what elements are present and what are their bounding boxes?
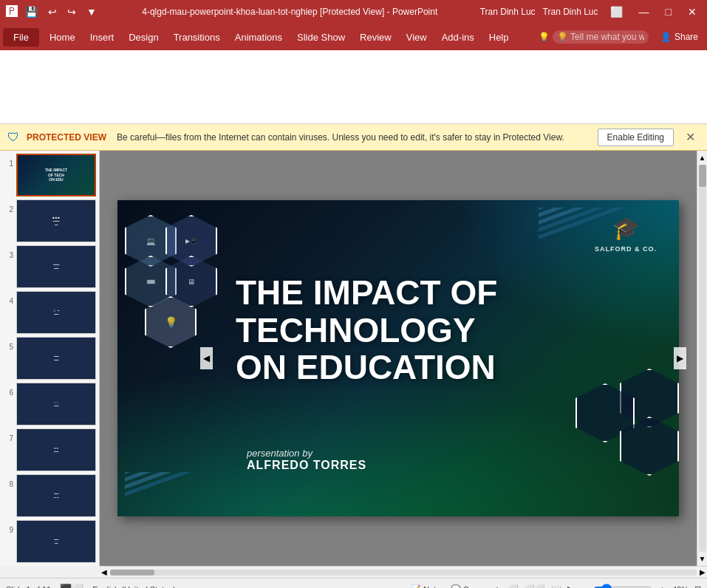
hscroll-track[interactable] [110,570,697,575]
title-bar: 🅿 💾 ↩ ↪ ▼ 4-qlgd-mau-powerpoint-khoa-lua… [0,0,707,24]
slide-preview-8: ━━━━ ━ [16,474,96,517]
person-icon: 👤 [660,32,672,42]
status-icons[interactable]: ⬛⬜ [60,584,83,588]
slide-thumb-2[interactable]: 2 ■ ■ ■━━━━━━ [3,199,96,242]
lightbulb-icon: 💡 [539,32,550,42]
menu-file[interactable]: File [3,28,39,47]
slide-thumb-7[interactable]: 7 ● ●━━━ [3,428,96,471]
ribbon [0,50,707,124]
enable-editing-button[interactable]: Enable Editing [598,129,674,146]
slide-number-5: 5 [3,343,13,351]
menu-slideshow[interactable]: Slide Show [290,29,352,46]
tell-me-box[interactable]: 💡 [533,27,655,47]
zoom-out-btn[interactable]: － [579,584,587,588]
scroll-right-btn[interactable]: ▶ [674,347,686,369]
slide-preview-4: ⬡ ━━━━ [16,291,96,334]
menu-bar: File Home Insert Design Transitions Anim… [0,24,707,50]
slide-number-1: 1 [3,160,13,168]
qat-undo[interactable]: ↩ [45,4,60,19]
protected-view-bar: 🛡 PROTECTED VIEW Be careful—files from t… [0,124,707,151]
presenter-name: ALFREDO TORRES [247,459,366,472]
slide-title-line1: THE IMPACT OF [236,273,497,312]
view-slideshow-btn[interactable]: ▶ [567,584,573,588]
slide-preview-1: THE IMPACTOF TECHON EDU [16,154,96,196]
scroll-left-btn[interactable]: ◀ [200,347,213,369]
menu-transitions[interactable]: Transitions [166,29,228,46]
hscroll-left-btn[interactable]: ◀ [101,568,107,576]
hexagons-left: 💻 ▶📱 ⌨️ 🖥 💡 [125,215,228,451]
menu-design[interactable]: Design [121,29,165,46]
slide-thumb-9[interactable]: 9 ━━━━━ [3,520,96,563]
slide-thumb-6[interactable]: 6 ○ ○━━━ [3,383,96,425]
horizontal-scrollbar[interactable]: ◀ ▶ [100,566,707,578]
notes-label: Notes [423,585,445,589]
slide-thumb-1[interactable]: 1 THE IMPACTOF TECHON EDU [3,154,96,196]
slide-number-9: 9 [3,526,13,534]
language-indicator[interactable]: English (United States) [92,585,176,589]
close-btn[interactable]: ✕ [683,4,701,19]
slide-thumb-8[interactable]: 8 ━━━━ ━ [3,474,96,517]
menu-addins[interactable]: Add-ins [434,29,482,46]
view-reading-btn[interactable]: 📖 [551,584,561,588]
slide-main-title: THE IMPACT OF TECHNOLOGY ON EDUCATION [236,274,590,386]
view-sorter-btn[interactable]: ⬜⬜ [525,584,545,588]
notes-icon: 📝 [411,584,421,588]
qat-save[interactable]: 💾 [22,4,41,19]
menu-view[interactable]: View [399,29,434,46]
menu-help[interactable]: Help [482,29,516,46]
zoom-in-btn[interactable]: ＋ [658,584,666,588]
comments-btn[interactable]: 💬 Comments [451,584,502,588]
slide-thumb-3[interactable]: 3 ━━━━━━━ [3,245,96,288]
maximize-btn[interactable]: □ [661,4,676,19]
presenter-info: persentation by ALFREDO TORRES [247,448,366,472]
fit-slide-btn[interactable]: ⊡ [694,584,701,588]
tell-me-input[interactable] [553,30,649,44]
comments-icon: 💬 [451,584,461,588]
user-name: Tran Dinh Luc [480,7,536,17]
status-left: Slide 1 of 11 ⬛⬜ English (United States) [6,584,176,588]
user-name-text: Tran Dinh Luc [543,7,598,17]
window-title: 4-qlgd-mau-powerpoint-khoa-luan-tot-nghi… [100,7,480,17]
slide-number-4: 4 [3,297,13,305]
slide-preview-3: ━━━━━━━ [16,245,96,288]
menu-insert[interactable]: Insert [83,29,122,46]
powerpoint-logo-icon: 🅿 [6,5,18,18]
main-area: 1 THE IMPACTOF TECHON EDU 2 ■ ■ ■━━━━━━ … [0,151,707,566]
slide-title-line2: TECHNOLOGY [236,311,476,349]
qat-customize[interactable]: ▼ [83,4,100,19]
share-label: Share [674,32,698,42]
scroll-thumb[interactable] [699,165,706,187]
scroll-down-btn[interactable]: ▼ [697,553,707,564]
slide-count[interactable]: Slide 1 of 11 [6,585,51,589]
slide-preview-6: ○ ○━━━ [16,383,96,425]
vertical-scrollbar[interactable]: ▲ ▼ [697,151,707,566]
view-normal-btn[interactable]: ⬜ [508,584,519,588]
slide-thumb-4[interactable]: 4 ⬡ ━━━━ [3,291,96,334]
slide-canvas-area[interactable]: ◀ 💻 [100,151,697,566]
slide-thumb-5[interactable]: 5 ━━━━━━ [3,337,96,380]
title-bar-left: 🅿 💾 ↩ ↪ ▼ [6,4,100,19]
slide-number-2: 2 [3,205,13,213]
qat-redo[interactable]: ↪ [64,4,79,19]
comments-label: Comments [463,585,502,589]
menu-review[interactable]: Review [352,29,399,46]
hscroll-thumb[interactable] [110,570,154,575]
close-protected-bar-icon[interactable]: ✕ [681,129,700,146]
presenter-label: persentation by [247,448,366,459]
logo-icon: 🎓 [595,215,657,241]
notes-btn[interactable]: 📝 Notes [411,584,445,588]
decorative-stripes-bottom [125,472,273,509]
protected-label: PROTECTED VIEW [27,132,106,143]
menu-animations[interactable]: Animations [228,29,290,46]
hscroll-right-btn[interactable]: ▶ [700,568,706,576]
zoom-slider[interactable] [593,584,652,589]
slide-preview-9: ━━━━━ [16,520,96,563]
slide-preview-2: ■ ■ ■━━━━━━ [16,199,96,242]
scroll-up-btn[interactable]: ▲ [697,152,707,163]
menu-home[interactable]: Home [42,29,83,46]
minimize-btn[interactable]: — [635,4,654,19]
scroll-track[interactable] [699,165,706,552]
protected-message: Be careful—files from the Internet can c… [117,132,590,143]
ribbon-display-btn[interactable]: ⬜ [606,4,627,19]
share-btn[interactable]: 👤 Share [655,29,704,45]
